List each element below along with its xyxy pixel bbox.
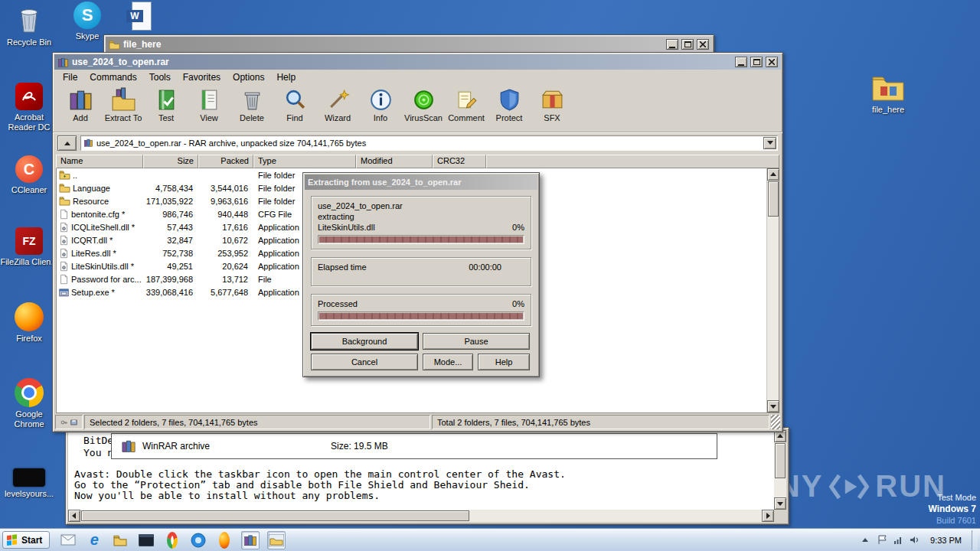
winrar-titlebar[interactable]: use_2024_to_open.rar [54,54,781,70]
scroll-right-button[interactable] [762,510,774,522]
menu-tools[interactable]: Tools [144,72,176,83]
test-book-icon [154,87,179,112]
desktop-icon-word-doc[interactable]: W [115,2,164,31]
scrollbar-thumb[interactable] [768,181,779,217]
explorer-title: file_here [123,39,392,50]
resize-grip[interactable] [771,415,780,429]
show-desktop-button[interactable] [972,530,978,550]
taskbar-clock[interactable]: 9:33 PM [926,536,965,545]
elapsed-label: Elapsed time [318,262,367,273]
dialog-titlebar[interactable]: Extracting from use_2024_to_open.rar [305,174,537,190]
windows-logo-icon [7,534,18,546]
acrobat-reader-icon [15,83,43,110]
desktop-icon-ccleaner[interactable]: C CCleaner [0,155,58,195]
desktop: ANY RUN Test Mode Windows 7 Build 7601 R… [0,0,980,551]
network-icon[interactable] [893,535,903,545]
menu-file[interactable]: File [57,72,83,83]
test-button[interactable]: Test [145,87,188,130]
header-name[interactable]: Name [56,155,143,168]
sfx-box-icon [540,87,565,112]
desktop-icon-acrobat[interactable]: Acrobat Reader DC [0,83,58,132]
elapsed-group: Elapsed time00:00:00 [311,257,531,286]
internet-explorer-icon[interactable]: e [85,531,103,549]
sfx-button[interactable]: SFX [531,87,573,130]
anyrun-logo-icon [829,472,869,501]
address-combobox[interactable]: use_2024_to_open.rar - RAR archive, unpa… [80,135,778,151]
desktop-icon-filezilla[interactable]: FZ FileZilla Clien... [0,227,58,267]
cancel-button[interactable]: Cancel [311,354,418,370]
scroll-down-button[interactable] [767,400,779,412]
address-dropdown-button[interactable] [763,137,776,149]
desktop-icon-file-here[interactable]: file_here [861,73,916,115]
view-button[interactable]: View [188,87,230,130]
action-label: extracting [318,212,354,223]
virusscan-button[interactable]: VirusScan [402,87,445,130]
scroll-up-button[interactable] [767,168,779,181]
folder-up-icon [59,170,70,180]
blue-app-icon[interactable] [189,531,207,549]
background-button[interactable]: Background [311,333,418,350]
vertical-scrollbar[interactable] [766,168,779,412]
header-packed[interactable]: Packed [198,155,253,168]
up-directory-button[interactable] [57,135,77,151]
volume-icon[interactable] [910,535,920,545]
close-button[interactable] [766,57,778,67]
pause-button[interactable]: Pause [423,333,530,350]
current-file: LiteSkinUtils.dll [318,223,375,233]
folder-icon[interactable] [111,531,129,549]
menu-options[interactable]: Options [227,72,270,83]
scroll-left-button[interactable] [68,510,80,522]
hidden-icons-chevron[interactable] [859,535,871,546]
console-icon[interactable] [137,531,155,549]
firefox-icon[interactable] [215,531,234,549]
folder-icon [59,196,70,206]
scrollbar-thumb[interactable] [81,510,469,521]
file-size-label: Size: 19.5 MB [331,441,388,452]
header-modified[interactable]: Modified [356,155,433,168]
windows-explorer-icon [269,534,284,546]
scrollbar-thumb[interactable] [775,443,786,478]
horizontal-scrollbar[interactable] [68,510,774,522]
start-button[interactable]: Start [2,531,50,549]
winrar-archive-icon [121,439,136,454]
folder-icon [59,183,70,193]
application-icon [59,287,69,298]
desktop-icon-recycle-bin[interactable]: Recycle Bin [0,3,58,47]
readme-line: Avast: Double click the taskbar icon to … [74,468,566,480]
extract-to-button[interactable]: Extract To [102,87,145,130]
desktop-icon-firefox[interactable]: Firefox [0,302,58,344]
minimize-button[interactable] [735,57,747,67]
dll-file-icon [59,235,69,246]
protect-button[interactable]: Protect [488,87,531,130]
header-crc32[interactable]: CRC32 [433,155,486,168]
explorer-titlebar[interactable]: file_here [106,37,712,52]
winrar-taskbar-button[interactable] [241,531,260,549]
explorer-taskbar-button[interactable] [267,531,286,549]
wizard-button[interactable]: Wizard [316,87,359,130]
find-button[interactable]: Find [273,87,316,130]
file-icon [59,274,69,285]
delete-trash-icon [240,87,265,112]
info-button[interactable]: Info [359,87,402,130]
add-button[interactable]: Add [59,87,102,130]
vertical-scrollbar[interactable] [774,430,786,510]
delete-button[interactable]: Delete [230,87,273,130]
maximize-button[interactable] [681,39,694,50]
header-size[interactable]: Size [143,155,198,168]
restore-button[interactable] [750,57,763,67]
menu-favorites[interactable]: Favorites [178,72,226,83]
header-type[interactable]: Type [253,155,356,168]
minimize-button[interactable] [666,39,678,50]
scroll-down-button[interactable] [774,497,786,510]
comment-button[interactable]: Comment [445,87,488,130]
close-button[interactable] [697,39,709,50]
action-center-icon[interactable] [877,535,887,545]
menu-commands[interactable]: Commands [84,72,142,83]
desktop-icon-levelsyours[interactable]: levelsyours... [0,468,58,499]
mail-icon[interactable] [59,531,77,549]
chrome-icon[interactable] [163,531,181,549]
menu-help[interactable]: Help [271,72,301,83]
help-button[interactable]: Help [478,354,530,370]
desktop-icon-chrome[interactable]: Google Chrome [0,378,58,429]
mode-button[interactable]: Mode... [423,354,473,370]
